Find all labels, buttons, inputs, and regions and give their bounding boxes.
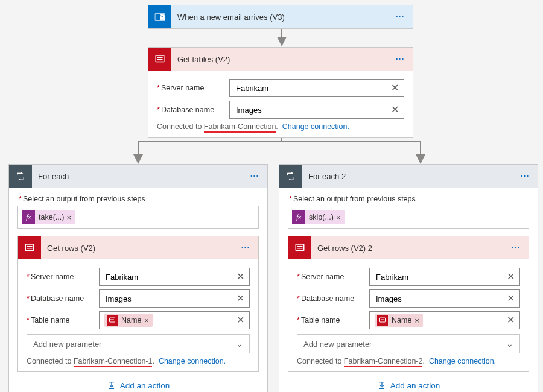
connection-name: Fabrikam-Connection-2 <box>344 357 423 367</box>
connection-info: Connected to Fabrikam-Connection-1. Chan… <box>27 357 250 365</box>
add-action-button[interactable]: Add an action <box>17 375 259 392</box>
for-each-2-card[interactable]: For each 2 ··· *Select an output from pr… <box>279 164 538 392</box>
clear-icon[interactable]: ✕ <box>507 294 515 303</box>
svg-rect-22 <box>381 320 384 320</box>
svg-rect-7 <box>156 55 164 62</box>
get-rows-2-card[interactable]: Get rows (V2) 2 ··· *Server name ✕ *Data… <box>288 236 529 372</box>
loop-icon <box>279 165 302 188</box>
change-connection-link[interactable]: Change connection. <box>282 122 349 131</box>
server-name-input[interactable]: ✕ <box>99 268 250 286</box>
remove-chip-icon[interactable]: × <box>66 213 71 222</box>
svg-rect-9 <box>157 59 163 60</box>
database-name-label: *Database name <box>297 294 369 303</box>
clear-icon[interactable]: ✕ <box>237 272 244 282</box>
table-name-chip[interactable]: Name× <box>104 314 153 327</box>
change-connection-link[interactable]: Change connection. <box>159 357 226 365</box>
change-connection-link[interactable]: Change connection. <box>429 357 496 365</box>
server-name-label: *Server name <box>27 273 99 281</box>
more-menu-icon[interactable]: ··· <box>509 243 522 253</box>
for-each-2-title: For each 2 <box>308 172 518 181</box>
fx-icon: fx <box>292 210 305 224</box>
table-name-input[interactable]: Name× ✕ <box>369 311 520 329</box>
for-each-title: For each <box>38 172 248 181</box>
connection-name: Fabrikam-Connection <box>204 122 276 133</box>
get-tables-body: *Server name ✕ *Database name ✕ Connecte… <box>148 71 413 137</box>
more-menu-icon[interactable]: ··· <box>518 171 532 181</box>
output-select-input[interactable]: fx skip(...)× <box>288 206 529 229</box>
loop-icon <box>9 165 32 188</box>
svg-rect-19 <box>297 246 303 247</box>
trigger-title: When a new email arrives (V3) <box>177 13 393 22</box>
more-menu-icon[interactable]: ··· <box>393 54 407 64</box>
chevron-down-icon: ⌄ <box>236 339 243 349</box>
get-tables-card[interactable]: Get tables (V2) ··· *Server name ✕ *Data… <box>148 47 413 138</box>
outlook-icon <box>148 5 171 28</box>
remove-chip-icon[interactable]: × <box>414 316 419 325</box>
get-rows-2-header[interactable]: Get rows (V2) 2 ··· <box>288 236 529 259</box>
sql-icon <box>107 315 118 326</box>
server-name-label: *Server name <box>297 273 369 281</box>
add-parameter-dropdown[interactable]: Add new parameter⌄ <box>27 334 250 353</box>
for-each-2-header[interactable]: For each 2 ··· <box>279 165 538 188</box>
database-name-input[interactable]: ✕ <box>229 101 404 119</box>
table-name-label: *Table name <box>27 316 99 324</box>
clear-icon[interactable]: ✕ <box>507 315 515 325</box>
get-rows-title: Get rows (V2) <box>47 244 239 253</box>
database-name-label: *Database name <box>27 294 99 303</box>
database-name-input[interactable]: ✕ <box>369 289 520 308</box>
trigger-header[interactable]: When a new email arrives (V3) ··· <box>148 5 413 28</box>
chevron-down-icon: ⌄ <box>506 339 513 349</box>
get-tables-header[interactable]: Get tables (V2) ··· <box>148 48 413 71</box>
get-tables-title: Get tables (V2) <box>177 55 393 64</box>
svg-rect-8 <box>157 57 163 58</box>
output-select-input[interactable]: fx take(...)× <box>17 206 259 229</box>
database-name-input[interactable]: ✕ <box>99 289 250 308</box>
server-name-input[interactable]: ✕ <box>369 268 520 286</box>
flow-canvas: When a new email arrives (V3) ··· Get ta… <box>0 0 543 392</box>
add-action-icon <box>107 381 116 390</box>
for-each-card[interactable]: For each ··· *Select an output from prev… <box>8 164 268 392</box>
trigger-card[interactable]: When a new email arrives (V3) ··· <box>148 5 413 29</box>
clear-icon[interactable]: ✕ <box>391 105 399 115</box>
fx-icon: fx <box>22 210 35 224</box>
more-menu-icon[interactable]: ··· <box>248 171 261 181</box>
add-parameter-dropdown[interactable]: Add new parameter⌄ <box>297 334 520 353</box>
svg-rect-12 <box>27 248 33 249</box>
add-action-button[interactable]: Add an action <box>288 375 529 392</box>
sql-icon <box>148 48 171 71</box>
output-select-label: *Select an output from previous steps <box>289 195 529 203</box>
for-each-header[interactable]: For each ··· <box>9 165 267 188</box>
fx-expression-chip[interactable]: fx take(...)× <box>22 210 75 224</box>
server-name-input[interactable]: ✕ <box>229 79 404 97</box>
svg-rect-14 <box>110 320 114 320</box>
clear-icon[interactable]: ✕ <box>391 83 399 93</box>
add-action-icon <box>377 381 387 390</box>
table-name-label: *Table name <box>297 316 369 324</box>
svg-rect-6 <box>156 14 160 20</box>
fx-expression-chip[interactable]: fx skip(...)× <box>292 210 345 224</box>
connection-info: Connected to Fabrikam-Connection-2. Chan… <box>297 357 520 365</box>
clear-icon[interactable]: ✕ <box>507 272 515 282</box>
connector-arrow <box>279 28 285 46</box>
get-rows-header[interactable]: Get rows (V2) ··· <box>18 236 258 259</box>
clear-icon[interactable]: ✕ <box>237 294 244 303</box>
sql-icon <box>377 315 388 326</box>
sql-icon <box>18 236 41 259</box>
more-menu-icon[interactable]: ··· <box>239 243 252 253</box>
get-rows-card[interactable]: Get rows (V2) ··· *Server name ✕ *Databa… <box>17 236 259 372</box>
table-name-input[interactable]: Name× ✕ <box>99 311 250 329</box>
output-select-label: *Select an output from previous steps <box>19 195 259 203</box>
table-name-chip[interactable]: Name× <box>375 314 423 327</box>
svg-rect-11 <box>27 246 33 247</box>
sql-icon <box>288 236 311 259</box>
svg-rect-20 <box>297 248 303 249</box>
remove-chip-icon[interactable]: × <box>144 316 149 325</box>
connection-info: Connected to Fabrikam-Connection. Change… <box>157 122 404 131</box>
remove-chip-icon[interactable]: × <box>336 213 341 222</box>
more-menu-icon[interactable]: ··· <box>393 12 407 22</box>
server-name-label: *Server name <box>157 84 229 92</box>
clear-icon[interactable]: ✕ <box>237 315 244 325</box>
connection-name: Fabrikam-Connection-1 <box>74 357 153 367</box>
get-rows-2-title: Get rows (V2) 2 <box>317 244 509 253</box>
database-name-label: *Database name <box>157 106 229 114</box>
